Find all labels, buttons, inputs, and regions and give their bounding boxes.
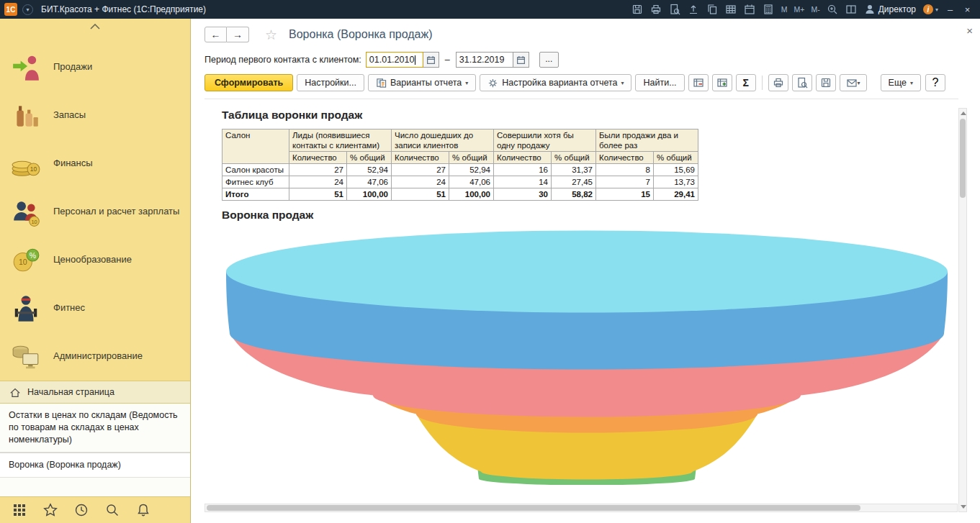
pricing-icon: 10% (10, 245, 42, 276)
copy-button[interactable] (706, 4, 719, 16)
favorite-star-button[interactable]: ☆ (265, 28, 277, 42)
search-button[interactable] (105, 503, 120, 517)
memory-m-button[interactable]: M (781, 5, 788, 14)
svg-text:10: 10 (31, 218, 37, 224)
help-button[interactable]: ? (925, 74, 945, 91)
hr-payroll-icon: 10 (10, 196, 42, 228)
arrow-left-icon: ← (211, 29, 221, 40)
period-separator: – (444, 55, 451, 65)
sidebar-item-administration[interactable]: Администрирование (0, 332, 190, 381)
history-panel: Остатки в ценах по складам (Ведомость по… (0, 404, 190, 496)
period-more-button[interactable]: ... (539, 52, 559, 68)
sidebar: Продажи Запасы 10 Финансы 10 Персонал и … (0, 19, 191, 523)
zoom-button[interactable] (827, 4, 839, 16)
sidebar-item-fitness[interactable]: Фитнес (0, 284, 190, 332)
table-icon (725, 4, 737, 15)
calendar-button[interactable] (744, 4, 756, 16)
totals-button[interactable]: Σ (736, 74, 756, 91)
sidebar-bottombar (0, 496, 190, 523)
user-name: Директор (878, 4, 916, 14)
period-to-calendar-button[interactable] (513, 52, 529, 68)
print-button[interactable] (650, 4, 662, 16)
history-item-active[interactable]: Воронка (Воронка продаж) (0, 452, 190, 478)
chevron-down-icon: ▾ (935, 6, 938, 13)
horizontal-scrollbar-thumb[interactable] (207, 505, 860, 511)
find-button[interactable]: Найти... (635, 74, 684, 91)
collapse-groups-button[interactable] (688, 74, 709, 91)
memory-mplus-button[interactable]: M+ (794, 5, 805, 14)
favorites-button[interactable] (43, 503, 58, 517)
sidebar-item-home[interactable]: Начальная страница (0, 381, 190, 404)
sidebar-item-label: Запасы (53, 109, 90, 121)
preview-report-button[interactable] (792, 74, 812, 91)
panels-icon (845, 4, 857, 15)
horizontal-scrollbar[interactable] (204, 504, 958, 512)
fitness-icon (10, 293, 42, 324)
chevron-up-icon (90, 24, 100, 29)
split-panels-button[interactable] (845, 4, 858, 16)
main-menu-button[interactable]: ▾ (22, 4, 33, 15)
minimize-button[interactable]: – (945, 4, 956, 15)
period-from-input[interactable]: 01.01.2010 (366, 52, 423, 68)
sidebar-item-sales[interactable]: Продажи (0, 43, 190, 91)
table-subheader: Количество (494, 152, 552, 164)
sidebar-item-hr-payroll[interactable]: 10 Персонал и расчет зарплаты (0, 188, 190, 236)
more-button[interactable]: Еще▾ (881, 74, 921, 91)
settings-button[interactable]: Настройки... (297, 74, 364, 91)
form-header: ← → ☆ Воронка (Воронка продаж) (192, 19, 980, 42)
chevron-down-icon: ▾ (465, 80, 468, 86)
sidebar-item-label: Фитнес (53, 302, 89, 314)
send-button[interactable] (688, 4, 700, 16)
table-subheader: % общий (449, 152, 494, 164)
back-button[interactable]: ← (204, 27, 227, 42)
menu-grid-button[interactable] (12, 503, 27, 517)
save-button[interactable] (631, 4, 644, 16)
email-report-button[interactable]: ▾ (840, 74, 867, 91)
report-variants-button[interactable]: Варианты отчета ▾ (368, 74, 476, 91)
scroll-down-arrow-icon[interactable] (961, 505, 966, 509)
send-icon (688, 4, 699, 15)
1c-logo-icon: 1С (4, 3, 17, 16)
forward-button[interactable]: → (227, 27, 249, 42)
variant-settings-button[interactable]: Настройка варианта отчета ▾ (480, 74, 631, 91)
history-item[interactable]: Остатки в ценах по складам (Ведомость по… (0, 404, 190, 452)
history-button[interactable] (74, 503, 89, 517)
vertical-scrollbar-thumb[interactable] (960, 119, 966, 198)
notifications-button[interactable] (136, 503, 150, 517)
star-icon (43, 503, 58, 517)
calculator-button[interactable] (763, 4, 775, 16)
scroll-up-arrow-icon[interactable] (961, 112, 966, 115)
user-menu[interactable]: Директор (864, 4, 916, 15)
sidebar-item-inventory[interactable]: Запасы (0, 91, 190, 140)
gear-icon (487, 78, 498, 88)
history-clock-icon (74, 503, 89, 517)
calendar-icon (426, 55, 436, 65)
arrow-right-icon: → (233, 29, 243, 40)
period-from-calendar-button[interactable] (423, 52, 439, 68)
window-close-button[interactable]: × (962, 4, 973, 15)
form-close-button[interactable]: × (966, 24, 973, 37)
sidebar-item-pricing[interactable]: 10% Ценообразование (0, 236, 190, 284)
expand-groups-button[interactable] (712, 74, 732, 91)
table-group-header: Совершили хотя бы одну продажу (494, 129, 596, 152)
print-report-button[interactable] (768, 74, 788, 91)
svg-text:i: i (927, 6, 930, 14)
sidebar-item-label: Продажи (53, 61, 96, 73)
generate-button[interactable]: Сформировать (204, 74, 293, 91)
sales-funnel-chart (222, 226, 953, 485)
home-icon (9, 387, 21, 398)
preview-button[interactable] (669, 4, 681, 16)
svg-text:10: 10 (30, 165, 37, 173)
table-subheader: % общий (654, 152, 698, 164)
vertical-scrollbar[interactable] (958, 108, 967, 512)
memory-mminus-button[interactable]: M- (811, 5, 819, 14)
menu-grid-icon (12, 503, 27, 517)
funnel-segment-1[interactable] (226, 231, 948, 313)
sidebar-item-finance[interactable]: 10 Финансы (0, 140, 190, 188)
period-to-input[interactable]: 31.12.2019 (456, 52, 513, 68)
info-menu[interactable]: i ▾ (922, 4, 938, 15)
save-report-button[interactable] (816, 74, 836, 91)
show-table-button[interactable] (725, 4, 737, 16)
chevron-down-icon: ▾ (858, 80, 860, 86)
sidebar-scroll-up[interactable] (0, 19, 190, 35)
